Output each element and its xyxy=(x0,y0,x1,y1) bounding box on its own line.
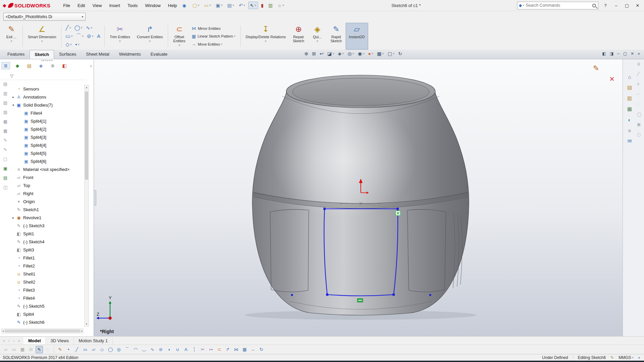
custom-properties-tab[interactable]: ≡ xyxy=(625,126,635,134)
dropdown-caret-icon[interactable]: ˅ xyxy=(119,40,121,43)
tree-item-top[interactable]: ▱Top xyxy=(10,181,84,189)
tree-item-sketch4[interactable]: ✎(-) Sketch4 xyxy=(10,238,84,246)
perimeter-circle-button[interactable]: ◎ xyxy=(115,346,122,353)
collapse-arrow-icon[interactable]: ▾ xyxy=(11,103,16,107)
search-input[interactable] xyxy=(525,3,593,8)
last-tab-button[interactable]: » xyxy=(16,339,21,343)
tab-features[interactable]: Features xyxy=(3,50,29,59)
centerpoint-arc-button[interactable]: ⌒ xyxy=(123,346,131,353)
tree-item-right[interactable]: ▱Right xyxy=(10,189,84,197)
tree-item-split1[interactable]: ◧Split1 xyxy=(10,230,84,238)
offset-entities-button[interactable]: ⊂ xyxy=(216,346,223,353)
tree-item-solid-bodies-7[interactable]: ▾▣Solid Bodies(7) xyxy=(10,101,84,109)
line-button[interactable]: ╱ xyxy=(73,346,81,353)
dropdown-caret-icon[interactable]: ˅ xyxy=(41,40,43,43)
section-view-button[interactable]: ◪˅ xyxy=(327,51,335,57)
help-button[interactable]: ? xyxy=(601,2,610,9)
sketch-vertex[interactable] xyxy=(393,294,395,296)
tab-sheet-metal[interactable]: Sheet Metal xyxy=(81,50,114,59)
displaymanager-tab[interactable]: ⊕ xyxy=(48,62,57,69)
tab-motion-study-1[interactable]: Motion Study 1 xyxy=(74,337,113,344)
scrollbar-thumb[interactable] xyxy=(5,329,80,333)
rebuild-button[interactable]: ▮ xyxy=(259,2,265,9)
edit-sketch-tool-button[interactable]: ✎ xyxy=(4,146,7,153)
display-style-button[interactable]: ◎˅ xyxy=(347,51,355,57)
color-display-mode-button[interactable]: ▣ xyxy=(637,121,641,127)
edit-line-color-button[interactable]: ╱ xyxy=(637,71,641,77)
edit-appearance-button[interactable]: ●˅ xyxy=(367,51,374,57)
view-settings-button[interactable]: ▢˅ xyxy=(387,51,395,57)
dropdown-caret-icon[interactable]: ˅ xyxy=(10,40,12,43)
prev-tab-button[interactable]: ‹ xyxy=(6,339,11,343)
line-style-button[interactable]: ┄ xyxy=(637,91,641,97)
circle-button[interactable]: ◯ xyxy=(107,346,114,353)
dropdown-caret-icon[interactable]: ˅ xyxy=(149,40,151,43)
tab-sketch[interactable]: Sketch xyxy=(30,50,54,59)
point-button[interactable]: • xyxy=(65,346,72,353)
polygon-tool-button[interactable]: ◇˅ xyxy=(64,41,73,48)
convert-entities-button[interactable]: ↱ xyxy=(224,346,232,353)
select-button[interactable]: ⇖ xyxy=(36,346,43,353)
sketch-vertex[interactable] xyxy=(397,208,399,210)
move-entities-button[interactable]: ↔ Move Entities ˅ xyxy=(190,41,237,48)
text-button[interactable]: A xyxy=(182,346,190,353)
close-button[interactable]: ✕ xyxy=(633,2,642,9)
tree-item-sensors[interactable]: ◔Sensors xyxy=(10,85,84,93)
file-explorer-tab[interactable]: ▥ xyxy=(625,94,635,102)
tab-weldments[interactable]: Weldments xyxy=(114,50,146,59)
tree-item-front[interactable]: ▱Front xyxy=(10,173,84,181)
tree-item-split4-6[interactable]: ▣Split4[6] xyxy=(10,157,84,165)
scroll-up-icon[interactable]: ▴ xyxy=(85,85,89,90)
confirm-cancel-icon[interactable]: ✕ xyxy=(609,75,614,83)
tree-item-annotations[interactable]: ▸AAnnotations xyxy=(10,93,84,101)
rotate-view-button[interactable]: ↻ xyxy=(397,51,403,57)
tree-item-origin[interactable]: +Origin xyxy=(10,197,84,205)
suppress-button[interactable]: ▩ xyxy=(3,118,7,124)
view-palette-tab[interactable]: ▦ xyxy=(625,105,635,113)
offset-entities-button[interactable]: ⊂ Offset Entities ˅ xyxy=(170,23,189,50)
select-chain-button[interactable]: ▱ xyxy=(2,346,9,353)
propertymanager-tab[interactable]: ◆ xyxy=(13,62,22,69)
scrollbar-thumb[interactable] xyxy=(85,92,88,180)
search-box[interactable]: ◆ ˅ xyxy=(517,2,598,9)
zoom-to-fit-button[interactable]: ⊕ xyxy=(304,51,309,57)
select-button[interactable]: ⇖˅ xyxy=(248,2,258,9)
design-library-tab[interactable]: ▤ xyxy=(625,83,635,92)
tree-item-sketch6[interactable]: ✎(-) Sketch6 xyxy=(10,318,84,326)
units-selector[interactable]: MMGS ˅ xyxy=(618,355,634,360)
sketch-point[interactable] xyxy=(429,294,431,296)
sketch-vertex[interactable] xyxy=(324,208,326,210)
ellipse-button[interactable]: ⊘ xyxy=(157,346,164,353)
relation-badge-horizontal[interactable] xyxy=(357,299,363,302)
grid-settings-button[interactable]: ▦ xyxy=(19,346,26,353)
tree-item-revolve1[interactable]: ▸◉Revolve1 xyxy=(10,214,84,222)
sketch-button[interactable]: ✎ xyxy=(56,346,64,353)
quick-snaps-button[interactable]: ◈ Qui... ˅ xyxy=(308,23,327,50)
parabola-button[interactable]: ∪ xyxy=(174,346,181,353)
tree-item-fillet2[interactable]: ◔Fillet2 xyxy=(10,262,84,270)
snap-to-points-button[interactable]: ⊞ xyxy=(27,346,35,353)
doc-tabs-overflow-button[interactable]: » xyxy=(638,51,640,56)
pin-icon[interactable]: ◉ xyxy=(182,3,186,8)
line-tool-button[interactable]: ╱˅ xyxy=(64,24,72,32)
panel-tabs-overflow[interactable]: › xyxy=(90,63,92,68)
menu-help[interactable]: Help xyxy=(165,1,181,10)
extend-entities-button[interactable]: ↦ xyxy=(207,346,215,353)
tree-item-fillet3[interactable]: ◔Fillet3 xyxy=(10,286,84,294)
apply-scene-button[interactable]: ▦˅ xyxy=(376,51,385,57)
text-tool-button[interactable]: A xyxy=(95,33,102,40)
point-tool-button[interactable]: •˅ xyxy=(73,41,81,48)
corner-rectangle-button[interactable]: ▭ xyxy=(82,346,89,353)
corner-rectangle-tool-button[interactable]: ▭˅ xyxy=(64,33,74,40)
lasso-select-button[interactable]: ◌ xyxy=(44,346,51,353)
tree-item-fillet4[interactable]: ▣Fillet4 xyxy=(10,109,84,117)
tree-item-split4[interactable]: ◧Split4 xyxy=(10,310,84,318)
panel-grip[interactable] xyxy=(42,60,52,61)
relation-badge-intersection[interactable] xyxy=(396,211,400,216)
tree-item-fillet1[interactable]: ◔Fillet1 xyxy=(10,254,84,262)
centerpoint-arc-tool-button[interactable]: ⌒˅ xyxy=(75,32,85,40)
tree-item-split3[interactable]: ◧Split3 xyxy=(10,246,84,254)
rotate-entities-button[interactable]: ↻ xyxy=(258,346,265,353)
menu-tools[interactable]: Tools xyxy=(124,1,141,10)
configurationmanager-tab[interactable]: ▤ xyxy=(25,62,34,69)
